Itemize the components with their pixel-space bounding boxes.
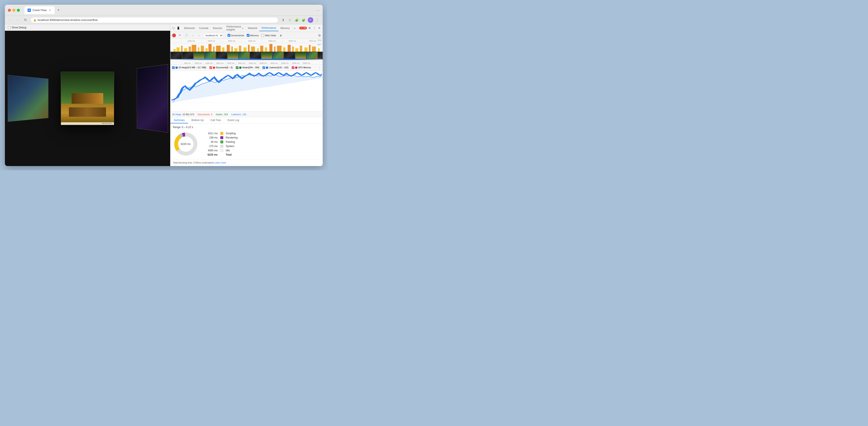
more-devtools-button[interactable]: ⋮ (313, 25, 316, 31)
tab-console[interactable]: Console (197, 25, 211, 31)
tab-elements[interactable]: Elements (182, 25, 197, 31)
new-tab-button[interactable]: + (56, 7, 61, 13)
cpu-label: CPU (317, 39, 321, 41)
show-debug-checkbox[interactable] (8, 26, 11, 29)
error-badge: ⛔ 22 (299, 27, 307, 29)
memory-legend-menu[interactable]: ⋮ (318, 66, 321, 69)
inspect-element-button[interactable]: ⬡ (172, 25, 176, 31)
profile-button[interactable]: P (308, 17, 313, 23)
timeline-overview[interactable]: 1000 ms 2000 ms 3000 ms 4000 ms 5000 ms … (170, 39, 323, 60)
show-debug-label[interactable]: Show Debug (8, 26, 26, 29)
rendering-color-swatch (220, 136, 223, 139)
donut-center-label: 6220 ms (181, 143, 190, 146)
idle-time: 4060 ms (205, 149, 218, 152)
more-options-button[interactable]: ⋮ (315, 17, 320, 23)
svg-rect-7 (198, 47, 199, 52)
upload-button[interactable]: ↑ (190, 33, 195, 38)
learn-more-link[interactable]: Learn more (214, 161, 226, 164)
browser-tab[interactable]: ⚙ Cover Flow ✕ (25, 6, 55, 14)
painting-time: 36 ms (205, 140, 218, 143)
js-heap-stat: JS Heap: 10 861 672 (172, 113, 194, 116)
separator (225, 33, 225, 37)
back-button[interactable]: ← (7, 17, 13, 23)
address-bar[interactable]: 🔒 localhost:3000/demo/view-timeline-css/… (31, 17, 278, 23)
documents-legend[interactable]: Documents[5 – 5] (210, 66, 232, 69)
screenshot-thumb (239, 52, 250, 59)
download-button[interactable]: ↓ (197, 33, 202, 38)
rendering-time: 238 ms (205, 136, 218, 139)
forward-button[interactable]: → (15, 17, 21, 23)
listeners-stat-label: Listeners: (231, 113, 242, 116)
svg-rect-13 (222, 47, 224, 52)
settings-button[interactable]: ⚙ (308, 25, 312, 31)
tab-performance-insights[interactable]: Performance insights ⚠ (224, 25, 246, 31)
screenshot-thumb (295, 52, 306, 59)
documents-color (213, 66, 215, 69)
screenshot-thumb (216, 52, 227, 59)
capture-settings-button[interactable]: ⚙ (318, 34, 321, 37)
tab-network[interactable]: Network (246, 25, 259, 31)
legend-row-rendering: 238 ms Rendering (205, 136, 238, 139)
svg-rect-4 (184, 48, 187, 52)
documents-stat-label: Documents: (198, 113, 210, 116)
js-heap-legend[interactable]: JS Heap[10.5 MB – 12.7 MB] (172, 66, 206, 69)
clear-button[interactable]: 🕐 (184, 33, 189, 38)
minimize-window-button[interactable] (12, 9, 16, 12)
tab-event-log[interactable]: Event Log (224, 117, 243, 123)
error-count: 22 (304, 27, 306, 29)
tab-memory[interactable]: Memory (278, 25, 292, 31)
bookmark-button[interactable]: ☆ (287, 17, 293, 23)
tab-call-tree[interactable]: Call Tree (207, 117, 224, 123)
gpu-memory-legend-label: GPU Memory (298, 66, 311, 69)
tab-sources[interactable]: Sources (211, 25, 224, 31)
ruler-tick-1000: 1000 ms (181, 39, 201, 43)
window-controls[interactable]: ⋯ (316, 8, 320, 12)
ruler2-tick: 5000 ms (279, 61, 290, 64)
nav-actions: ⬆ ☆ 🧩 🧩 P ⋮ (280, 17, 320, 23)
throttle-select[interactable]: localhost #1 (203, 33, 223, 38)
screenshot-thumb (193, 52, 205, 59)
memory-option[interactable]: Memory (247, 34, 259, 37)
close-devtools-button[interactable]: ✕ (317, 25, 321, 31)
screenshot-thumb (250, 52, 261, 59)
record-button[interactable] (172, 33, 176, 37)
devtools-toolbar: ⬡ 📱 Elements Console Sources Performance… (170, 24, 323, 32)
ruler-tick-4000: 4000 ms (242, 39, 262, 43)
reload-button[interactable]: ↻ (23, 17, 28, 23)
documents-legend-label: Documents[5 – 5] (216, 66, 232, 69)
maximize-window-button[interactable] (17, 9, 20, 12)
extensions-button[interactable]: 🧩 (294, 17, 300, 23)
share-button[interactable]: ⬆ (280, 17, 286, 23)
extensions-button-2[interactable]: 🧩 (301, 17, 307, 23)
close-window-button[interactable] (8, 9, 11, 12)
svg-rect-3 (181, 46, 182, 52)
nodes-legend[interactable]: Nodes[304 – 304] (236, 66, 259, 69)
url-text: localhost:3000/demo/view-timeline-css/co… (38, 18, 98, 22)
devtools-tabs: Elements Console Sources Performance ins… (182, 25, 298, 31)
listeners-stat: Listeners: 142 (231, 113, 246, 116)
svg-rect-8 (201, 46, 204, 52)
screenshot-thumb (307, 52, 317, 59)
screenshot-thumb (227, 52, 239, 59)
screenshots-option[interactable]: Screenshots (227, 34, 244, 37)
js-heap-color (176, 66, 178, 69)
tab-close-button[interactable]: ✕ (48, 8, 52, 12)
web-vitals-option[interactable]: Web Vitals (261, 34, 276, 37)
browser-window: ⚙ Cover Flow ✕ + ⋯ ← → ↻ 🔒 localhost:300… (5, 5, 323, 166)
tab-performance[interactable]: Performance (259, 25, 278, 31)
web-vitals-label: Web Vitals (265, 34, 276, 37)
device-toolbar-button[interactable]: 📱 (176, 25, 180, 31)
main-content: Show Debug (5, 24, 323, 166)
tab-bottom-up[interactable]: Bottom-Up (188, 117, 207, 123)
ruler2-ticks: 500 ms 1000 ms 1500 ms 2000 ms 2500 ms 3… (171, 61, 323, 64)
svg-rect-19 (248, 45, 250, 52)
clear-recording-button[interactable]: 🗑 (279, 33, 283, 38)
ruler2-tick: 2500 ms (225, 61, 236, 64)
tab-more[interactable]: » (292, 25, 298, 31)
gpu-memory-legend[interactable]: GPU Memory (292, 66, 311, 69)
svg-rect-17 (239, 46, 241, 52)
tab-summary[interactable]: Summary (170, 117, 188, 123)
listeners-legend[interactable]: Listeners[142 – 142] (262, 66, 288, 69)
idle-color-swatch (220, 149, 223, 152)
reload-record-button[interactable]: ↻ (178, 33, 182, 38)
